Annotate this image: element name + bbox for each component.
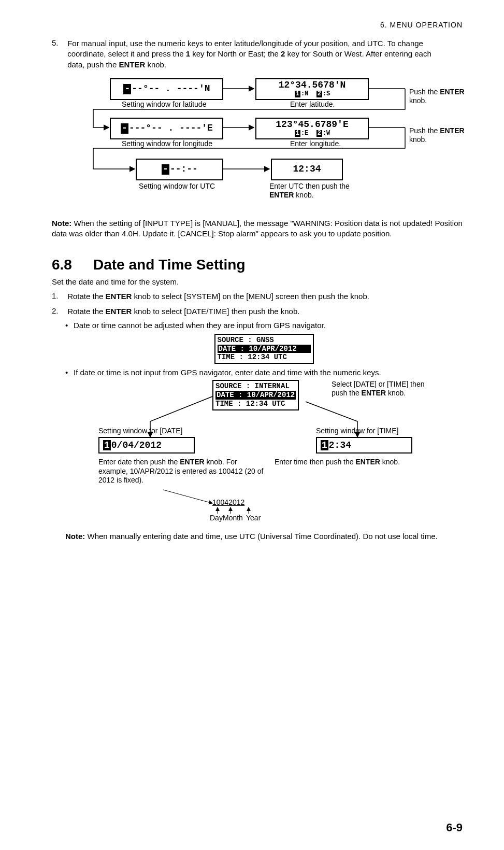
annot-year: Year xyxy=(246,514,261,522)
page-number: 6-9 xyxy=(446,821,463,834)
text: key for North or East; the xyxy=(190,49,281,58)
cap-utc-left: Setting window for UTC xyxy=(139,182,215,190)
cap-utc-right: Enter UTC then push the ENTER knob. xyxy=(269,182,373,200)
annot-month: Month xyxy=(223,514,243,522)
bullet-manual-entry: •If date or time is not input from GPS n… xyxy=(65,368,463,377)
step-text: Rotate the ENTER knob to select [DATE/TI… xyxy=(67,306,451,317)
cap-push-enter-1: Push the ENTER knob. xyxy=(409,88,466,105)
cap-time-below: Enter time then push the ENTER knob. xyxy=(275,458,451,466)
lon-line2: 1:E 2:W xyxy=(256,130,368,137)
lcd-date-entry: 10/04/2012 xyxy=(98,437,195,454)
text: 12:34 xyxy=(293,164,321,174)
lcd-lat-entered: 12°34.5678'N 1:N 2:S xyxy=(255,78,369,100)
section-intro: Set the date and time for the system. xyxy=(52,277,463,286)
note-text: When manually entering date and time, us… xyxy=(85,532,437,541)
bullet-gps-locked: •Date or time cannot be adjusted when th… xyxy=(65,321,463,364)
step-2: 2. Rotate the ENTER knob to select [DATE… xyxy=(52,306,463,542)
key-1: 1 xyxy=(186,49,190,58)
cap-lat-right: Enter latitude. xyxy=(290,100,335,108)
text: If date or time is not input from GPS na… xyxy=(74,368,381,377)
figure-date-time-entry: SOURCE : INTERNAL DATE : 10/APR/2012 TIM… xyxy=(67,380,461,525)
lcd-time-entry: 12:34 xyxy=(316,437,412,454)
lcd-source-internal: SOURCE : INTERNAL DATE : 10/APR/2012 TIM… xyxy=(212,380,299,410)
lcd-utc-blank: ---:-- xyxy=(136,159,223,180)
step-number: 2. xyxy=(52,306,65,315)
page-header: 6. MENU OPERATION xyxy=(52,21,463,29)
text: --°-- . ----'N xyxy=(132,83,210,94)
steps-list: 1. Rotate the ENTER knob to select [SYST… xyxy=(52,291,463,542)
enter-label: ENTER xyxy=(119,60,145,69)
lcd-lat-blank: ---°-- . ----'N xyxy=(110,78,223,100)
note-label: Note: xyxy=(52,219,71,228)
sub-bullets: •Date or time cannot be adjusted when th… xyxy=(65,321,463,377)
cap-date-window: Setting window for [DATE] xyxy=(98,427,182,435)
step-text: For manual input, use the numeric keys t… xyxy=(67,38,451,70)
text: knob. xyxy=(145,60,166,69)
cap-select-date-time: Select [DATE] or [TIME] then push the EN… xyxy=(332,380,435,398)
cap-date-below: Enter date then push the ENTER knob. For… xyxy=(98,458,264,485)
step-text: Rotate the ENTER knob to select [SYSTEM]… xyxy=(67,291,451,302)
cap-push-enter-2: Push the ENTER knob. xyxy=(409,126,466,144)
annot-day: Day xyxy=(210,514,223,522)
note-utc: Note: When manually entering date and ti… xyxy=(65,531,449,542)
lat-line2: 1:N 2:S xyxy=(256,91,368,97)
note-manual-warning: Note: When the setting of [INPUT TYPE] i… xyxy=(52,218,463,239)
note-text: When the setting of [INPUT TYPE] is [MAN… xyxy=(52,219,463,238)
page: 6. MENU OPERATION 5. For manual input, u… xyxy=(0,0,504,850)
lcd-lon-blank: ----°-- . ----'E xyxy=(110,118,223,139)
section-title: Date and Time Setting xyxy=(93,257,246,273)
figure-lat-lon-utc: ---°-- . ----'N 12°34.5678'N 1:N 2:S Set… xyxy=(73,78,466,213)
lcd-lon-entered: 123°45.6789'E 1:E 2:W xyxy=(255,118,369,139)
note-label: Note: xyxy=(65,532,85,541)
cap-lat-left: Setting window for latitude xyxy=(122,100,206,108)
cap-lon-left: Setting window for longitude xyxy=(122,139,212,148)
lcd-source-gnss: SOURCE : GNSS DATE : 10/APR/2012 TIME : … xyxy=(214,334,314,364)
cap-lon-right: Enter longitude. xyxy=(290,139,341,148)
text: --:-- xyxy=(170,164,198,174)
section-number: 6.8 xyxy=(52,257,93,273)
lcd-utc-entered: 12:34 xyxy=(271,159,343,180)
lat-line1: 12°34.5678'N xyxy=(256,80,368,91)
lon-line1: 123°45.6789'E xyxy=(256,120,368,130)
text: Date or time cannot be adjusted when the… xyxy=(74,321,326,330)
annot-10042012: 10042012 xyxy=(212,498,244,506)
cap-time-window: Setting window for [TIME] xyxy=(316,427,399,435)
text: ---°-- . ----'E xyxy=(129,123,213,133)
step-number: 1. xyxy=(52,291,65,300)
step-5: 5. For manual input, use the numeric key… xyxy=(52,38,463,70)
step-1: 1. Rotate the ENTER knob to select [SYST… xyxy=(52,291,463,302)
step-number: 5. xyxy=(52,38,65,47)
section-heading-6-8: 6.8Date and Time Setting xyxy=(52,257,463,273)
